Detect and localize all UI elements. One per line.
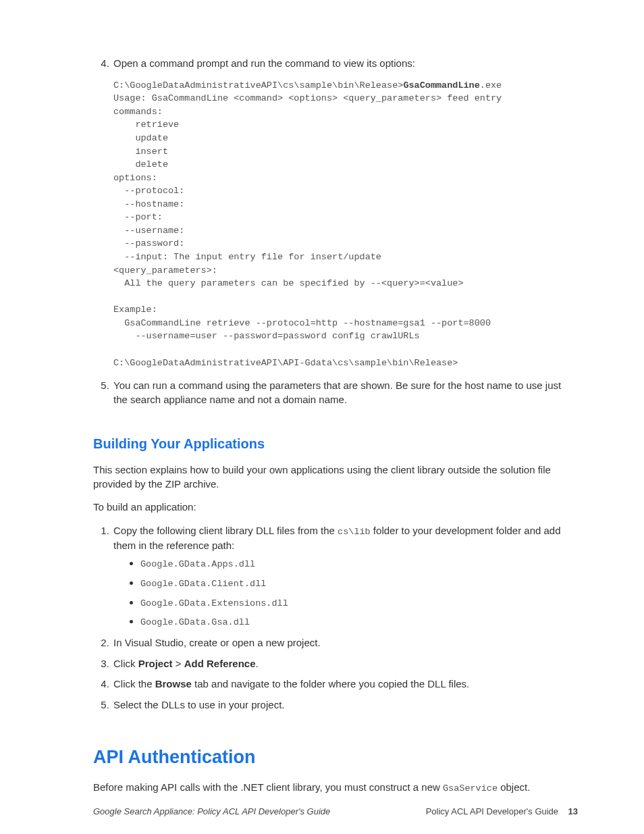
section-heading-api-auth: API Authentication [93,745,578,770]
page-number: 13 [568,806,578,816]
code-line: C:\GoogleDataAdministrativeAPI\cs\sample… [113,80,403,90]
step-5: You can run a command using the paramete… [112,379,578,407]
code-line: Usage: GsaCommandLine <command> <options… [113,93,502,103]
step-text: In Visual Studio, create or open a new p… [113,637,321,648]
paragraph-text: Before making API calls with the .NET cl… [93,781,443,793]
code-line: update [113,133,168,143]
dll-list: Google.GData.Apps.dll Google.GData.Clien… [113,556,578,629]
code-line: --password: [113,238,184,249]
dll-name: Google.GData.Apps.dll [140,559,255,569]
code-line: insert [113,147,168,157]
dll-item: Google.GData.Apps.dll [140,556,578,571]
code-line: .exe [480,80,502,90]
step-bold: Browse [155,678,192,689]
build-steps-list: Copy the following client library DLL fi… [93,524,578,712]
code-line: C:\GoogleDataAdministrativeAPI\API-Gdata… [113,358,458,368]
code-line: --username: [113,226,184,236]
build-step-2: In Visual Studio, create or open a new p… [112,636,578,650]
code-line: options: [113,173,157,183]
footer-right: Policy ACL API Developer's Guide 13 [426,806,578,818]
code-line: Example: [113,305,157,315]
dll-item: Google.GData.Extensions.dll [140,596,578,610]
dll-item: Google.GData.Client.dll [140,576,578,591]
step-text: . [256,658,259,669]
dll-item: Google.GData.Gsa.dll [140,615,578,629]
section-paragraph: This section explains how to build your … [93,463,578,491]
section-heading-building: Building Your Applications [93,435,578,454]
code-line: All the query parameters can be specifie… [113,278,463,288]
code-bold: GsaCommandLine [403,80,479,90]
code-line: --hostname: [113,199,184,209]
step-text: Copy the following client library DLL fi… [113,525,338,536]
code-line: --username=user --password=password conf… [113,331,420,341]
dll-name: Google.GData.Extensions.dll [140,598,288,608]
footer-left: Google Search Appliance: Policy ACL API … [93,806,330,818]
step-text: Click [113,658,138,669]
code-line: --input: The input entry file for insert… [113,252,381,262]
dll-name: Google.GData.Client.dll [140,579,266,589]
footer-label: Policy ACL API Developer's Guide [426,806,558,816]
step-4-text: Open a command prompt and run the comman… [113,57,415,69]
code-line: retrieve [113,120,179,130]
page-footer: Google Search Appliance: Policy ACL API … [93,806,578,818]
instruction-list-bottom: You can run a command using the paramete… [93,379,578,407]
paragraph-text: object. [498,781,530,793]
dll-name: Google.GData.Gsa.dll [140,617,250,627]
step-text: Select the DLLs to use in your project. [113,699,284,710]
build-step-3: Click Project > Add Reference. [112,657,578,671]
build-step-4: Click the Browse tab and navigate to the… [112,677,578,692]
code-line: --protocol: [113,186,184,196]
inline-code: GsaService [443,783,498,793]
section-paragraph: To build an application: [93,500,578,515]
code-line: --port: [113,212,163,222]
step-bold: Project [138,658,173,669]
step-5-text: You can run a command using the paramete… [113,380,561,405]
code-line: GsaCommandLine retrieve --protocol=http … [113,318,491,328]
step-4: Open a command prompt and run the comman… [112,57,578,71]
code-line: delete [113,159,168,170]
code-block: C:\GoogleDataAdministrativeAPI\cs\sample… [113,79,578,369]
build-step-5: Select the DLLs to use in your project. [112,698,578,712]
step-text: tab and navigate to the folder where you… [192,678,469,689]
inline-code: cs\lib [338,527,371,537]
instruction-list-top: Open a command prompt and run the comman… [93,57,578,71]
code-line: commands: [113,107,163,117]
step-text: > [173,658,184,669]
api-paragraph: Before making API calls with the .NET cl… [93,781,578,796]
step-text: Click the [113,678,155,689]
step-bold: Add Reference [184,658,256,669]
build-step-1: Copy the following client library DLL fi… [112,524,578,629]
code-line: <query_parameters>: [113,265,217,276]
